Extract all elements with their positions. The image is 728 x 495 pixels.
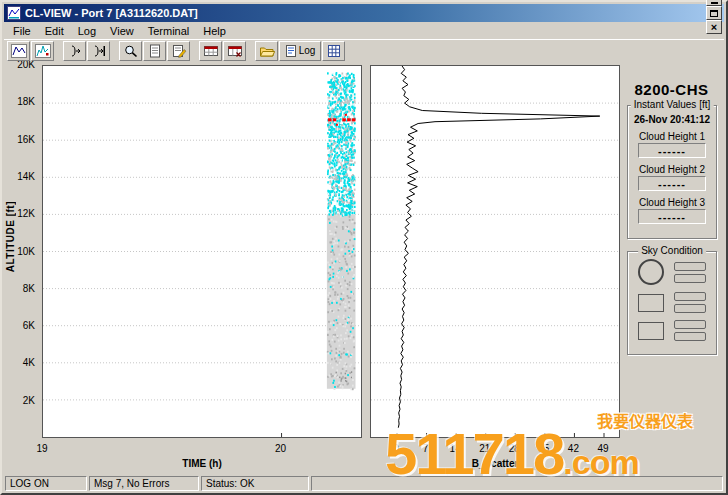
y-tick-label: 18K bbox=[4, 96, 38, 107]
status-bar: LOG ON Msg 7, No Errors Status: OK bbox=[4, 475, 724, 491]
maximize-button[interactable] bbox=[706, 6, 722, 20]
message-grid-icon bbox=[326, 44, 342, 58]
backscatter-tick-label: 28 bbox=[504, 443, 524, 454]
y-tick-label: 10K bbox=[4, 246, 38, 257]
status-spacer bbox=[311, 476, 723, 491]
y-tick-label: 20K bbox=[4, 61, 38, 70]
time-height-plot[interactable] bbox=[42, 65, 362, 438]
side-panel: 8200-CHS Instant Values [ft] 26-Nov 20:4… bbox=[623, 61, 724, 473]
next-profile-button[interactable] bbox=[87, 41, 110, 61]
time-series-button[interactable] bbox=[7, 41, 30, 61]
status-ok: Status: OK bbox=[201, 476, 309, 491]
profile-view-button[interactable] bbox=[31, 41, 54, 61]
menu-view[interactable]: View bbox=[103, 24, 141, 38]
time-tick-label: 20 bbox=[271, 443, 291, 454]
minimize-icon bbox=[711, 2, 718, 4]
toolbar-separator bbox=[111, 41, 118, 61]
prev-profile-button[interactable] bbox=[63, 41, 86, 61]
toolbar-separator bbox=[55, 41, 62, 61]
instant-values-group-label: Instant Values [ft] bbox=[631, 99, 714, 110]
window-title: CL-VIEW - Port 7 [A3112620.DAT] bbox=[25, 7, 704, 19]
status-message: Msg 7, No Errors bbox=[89, 476, 199, 491]
profile-view-icon bbox=[35, 44, 51, 58]
y-tick-label: 4K bbox=[4, 357, 38, 368]
menu-edit[interactable]: Edit bbox=[38, 24, 71, 38]
message-grid-button[interactable] bbox=[322, 41, 345, 61]
sky-clear-circle-icon bbox=[638, 259, 664, 285]
toolbar: Log bbox=[4, 39, 724, 61]
sky-condition-group: Sky Condition bbox=[627, 251, 717, 355]
model-label: 8200-CHS bbox=[623, 81, 720, 98]
zoom-button[interactable] bbox=[119, 41, 142, 61]
report-button[interactable] bbox=[143, 41, 166, 61]
backscatter-tick-label: 42 bbox=[563, 443, 583, 454]
sky-condition-row bbox=[638, 292, 706, 313]
sky-condition-row bbox=[638, 320, 706, 341]
open-file-button[interactable] bbox=[255, 41, 278, 61]
menu-log[interactable]: Log bbox=[71, 24, 103, 38]
status-log-state: LOG ON bbox=[5, 476, 87, 491]
sky-value-box bbox=[674, 262, 706, 271]
sky-value-box bbox=[674, 320, 706, 329]
toolbar-separator bbox=[247, 41, 254, 61]
sky-value-box bbox=[674, 274, 706, 283]
sky-layer-box-icon bbox=[638, 322, 664, 340]
backscatter-axis-ticks: 07142128354249 bbox=[370, 443, 620, 455]
time-height-canvas bbox=[43, 66, 361, 437]
data-table-icon bbox=[203, 44, 219, 58]
y-tick-label: 6K bbox=[4, 320, 38, 331]
backscatter-tick-label: 7 bbox=[416, 443, 436, 454]
next-profile-icon bbox=[91, 44, 107, 58]
main-content: ALTITUDE [ft] 20K18K16K14K12K10K8K6K4K2K… bbox=[4, 61, 724, 473]
cloud-height-1-label: Cloud Height 1 bbox=[628, 131, 716, 142]
sky-value-box bbox=[674, 332, 706, 341]
timestamp: 26-Nov 20:41:12 bbox=[628, 114, 716, 125]
app-window: CL-VIEW - Port 7 [A3112620.DAT] × File E… bbox=[0, 0, 728, 495]
backscatter-tick-label: 35 bbox=[534, 443, 554, 454]
report-icon bbox=[147, 44, 163, 58]
time-axis-title: TIME (h) bbox=[42, 458, 362, 469]
log-file-icon bbox=[285, 44, 297, 58]
data-table-export-icon bbox=[227, 44, 243, 58]
backscatter-tick-label: 21 bbox=[475, 443, 495, 454]
menu-file[interactable]: File bbox=[6, 24, 38, 38]
menu-bar: File Edit Log View Terminal Help bbox=[4, 22, 724, 39]
backscatter-axis-title: B_Scatter bbox=[370, 458, 620, 469]
data-table-button[interactable] bbox=[199, 41, 222, 61]
log-toggle-label: Log bbox=[299, 45, 316, 56]
prev-profile-icon bbox=[67, 44, 83, 58]
backscatter-tick-label: 14 bbox=[445, 443, 465, 454]
cloud-height-3-label: Cloud Height 3 bbox=[628, 197, 716, 208]
instant-values-group: Instant Values [ft] 26-Nov 20:41:12 Clou… bbox=[627, 105, 717, 239]
sky-layer-box-icon bbox=[638, 294, 664, 312]
log-toggle-button[interactable]: Log bbox=[279, 41, 321, 61]
backscatter-tick-label: 0 bbox=[386, 443, 406, 454]
sky-value-bars bbox=[674, 292, 706, 313]
menu-help[interactable]: Help bbox=[196, 24, 233, 38]
y-tick-label: 8K bbox=[4, 283, 38, 294]
backscatter-tick-label: 49 bbox=[593, 443, 613, 454]
open-file-icon bbox=[259, 44, 275, 58]
maximize-icon bbox=[710, 10, 718, 17]
app-icon bbox=[7, 6, 21, 20]
toolbar-separator bbox=[191, 41, 198, 61]
sky-value-box bbox=[674, 304, 706, 313]
cloud-height-2-label: Cloud Height 2 bbox=[628, 164, 716, 175]
sky-condition-group-label: Sky Condition bbox=[638, 245, 706, 256]
data-table-export-button[interactable] bbox=[223, 41, 246, 61]
y-tick-label: 14K bbox=[4, 171, 38, 182]
y-tick-label: 2K bbox=[4, 395, 38, 406]
sky-value-box bbox=[674, 292, 706, 301]
y-tick-label: 12K bbox=[4, 208, 38, 219]
cloud-height-1-value: ------ bbox=[638, 143, 706, 158]
title-bar[interactable]: CL-VIEW - Port 7 [A3112620.DAT] × bbox=[4, 4, 724, 22]
edit-form-button[interactable] bbox=[167, 41, 190, 61]
backscatter-plot[interactable] bbox=[370, 65, 620, 438]
menu-terminal[interactable]: Terminal bbox=[141, 24, 197, 38]
time-tick-label: 19 bbox=[32, 443, 52, 454]
backscatter-canvas bbox=[371, 66, 619, 437]
cloud-height-3-value: ------ bbox=[638, 209, 706, 224]
sky-value-bars bbox=[674, 262, 706, 283]
sky-condition-row bbox=[638, 259, 706, 285]
cloud-height-2-value: ------ bbox=[638, 176, 706, 191]
